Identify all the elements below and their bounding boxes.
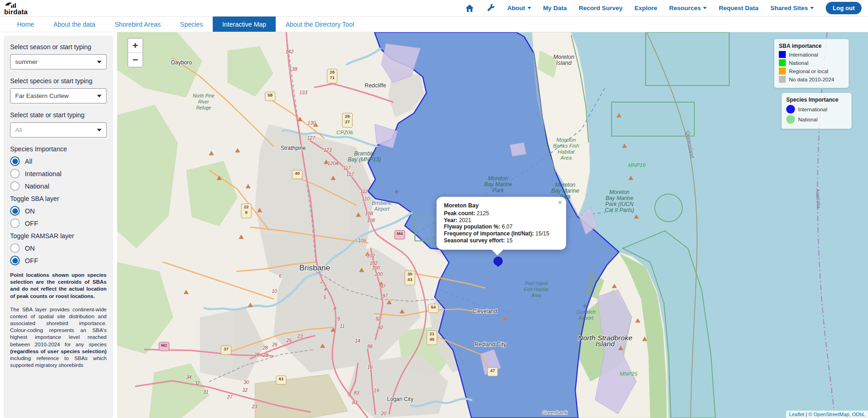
map-label: Redland City <box>475 341 506 348</box>
road-ref: 2 <box>320 279 323 284</box>
nav-explore[interactable]: Explore <box>635 5 658 11</box>
tab-about-the-data[interactable]: About the data <box>44 17 105 32</box>
legend-swatch <box>786 105 795 114</box>
tab-about-the-directory-tool[interactable]: About the Directory Tool <box>276 17 363 32</box>
tab-interactive-map[interactable]: Interactive Map <box>213 17 276 32</box>
map-label: MNP16 <box>628 162 646 168</box>
road-ref: 14 <box>355 338 360 344</box>
road-ref: 92 <box>375 316 381 321</box>
species-select[interactable]: Far Eastern Curlew <box>10 88 107 103</box>
zoom-out-button[interactable]: − <box>128 53 142 67</box>
road-shield: 22 <box>244 204 249 209</box>
nav-my-data[interactable]: My Data <box>543 5 567 11</box>
sba-importance-legend: SBA importance InternationalNationalRegi… <box>774 39 849 88</box>
road-ref: 100 <box>374 271 383 277</box>
road-ref: 138 <box>289 66 297 72</box>
legend-swatch <box>779 76 786 83</box>
popup-row: Seasonal survey effort: 15 <box>444 237 559 244</box>
legend-swatch <box>786 115 795 124</box>
leaflet-link[interactable]: Leaflet <box>789 412 804 417</box>
osm-link[interactable]: OpenStreetMap, ODbL <box>813 412 865 417</box>
road-ref: 123 <box>323 147 332 153</box>
map-attribution: Leaflet | © OpenStreetMap, ODbL <box>786 411 868 418</box>
road-shield: 30 <box>408 271 413 276</box>
radio-icon <box>10 256 20 265</box>
road-ref: 10 <box>272 288 277 294</box>
nav-resources[interactable]: Resources <box>669 5 707 11</box>
ramsar-layer-label: Toggle RAMSAR layer <box>10 232 107 240</box>
road-ref: 117 <box>343 165 352 171</box>
sba-layer-label: Toggle SBA layer <box>10 195 107 202</box>
road-ref: 25 <box>286 338 292 343</box>
logo-text: birdata <box>4 8 28 15</box>
radio-toggle-sba-layer-off[interactable]: OFF <box>10 218 107 228</box>
popup-row: Peak count: 2125 <box>444 210 559 217</box>
radio-toggle-ramsar-layer-on[interactable]: ON <box>10 243 107 253</box>
bird-icon <box>4 1 16 8</box>
road-ref: 32 <box>194 380 200 386</box>
species-point-marker[interactable] <box>494 257 503 266</box>
map-label: Greenbank <box>542 410 567 415</box>
logout-button[interactable]: Log out <box>826 2 862 14</box>
road-ref: 19 <box>374 388 379 393</box>
map-label: Strathpine <box>281 145 306 151</box>
road-shield: M4 <box>397 231 403 236</box>
road-ref: 108 <box>365 211 373 216</box>
species-label: Select species or start typing <box>10 77 107 85</box>
road-shield: 27 <box>345 119 350 124</box>
road-ref: 11 <box>340 323 345 329</box>
nav-about[interactable]: About <box>507 5 531 11</box>
legend-swatch <box>779 59 786 66</box>
legend-item: Regional or local <box>779 68 844 74</box>
road-ref: 8 <box>334 306 336 311</box>
wrench-icon[interactable] <box>486 4 495 13</box>
road-shield: 61 <box>279 376 284 381</box>
radio-species-importance-international[interactable]: International <box>10 169 107 178</box>
road-ref: 100 <box>372 265 380 270</box>
legend-swatch <box>779 51 786 58</box>
map-label: CPZ06 <box>336 130 353 135</box>
tab-shorebird-areas[interactable]: Shorebird Areas <box>105 17 170 32</box>
birdata-logo[interactable]: birdata <box>0 1 28 15</box>
sba-layer-group: Toggle SBA layer ONOFF <box>10 195 107 228</box>
road-ref: 5 <box>323 294 326 300</box>
popup-row: Frequency of importance (Int/Nat): 15/15 <box>444 230 559 237</box>
nav-shared-sites[interactable]: Shared Sites <box>771 5 814 11</box>
road-shield: 26 <box>345 114 350 119</box>
legend-item: National <box>779 59 844 66</box>
radio-label: ON <box>25 245 35 252</box>
legend-item: No data 2010-2024 <box>779 76 844 83</box>
road-ref: 112 <box>360 189 368 194</box>
radio-label: All <box>25 158 32 165</box>
road-shield: 71 <box>330 75 335 80</box>
legend-item: International <box>786 105 847 114</box>
road-shield: 40 <box>295 171 300 176</box>
radio-toggle-sba-layer-on[interactable]: ON <box>10 206 107 216</box>
season-select[interactable]: summer <box>10 54 107 69</box>
birdata-app: birdata AboutMy DataRecord SurveyExplore… <box>0 0 868 418</box>
chevron-down-icon <box>528 7 531 9</box>
tab-species[interactable]: Species <box>170 17 213 32</box>
home-icon[interactable] <box>465 4 474 13</box>
tab-home[interactable]: Home <box>7 17 44 32</box>
section-tabs: HomeAbout the dataShorebird AreasSpecies… <box>0 16 868 32</box>
nav-request-data[interactable]: Request Data <box>719 5 758 11</box>
nav-record-survey[interactable]: Record Survey <box>579 5 622 11</box>
state-value: All <box>15 126 22 133</box>
zoom-in-button[interactable]: + <box>128 39 142 53</box>
road-ref: 83 <box>352 400 357 405</box>
species-importance-group: Species Importance AllInternationalNatio… <box>10 145 107 191</box>
radio-species-importance-all[interactable]: All <box>10 156 107 166</box>
radio-species-importance-national[interactable]: National <box>10 181 107 191</box>
radio-toggle-ramsar-layer-off[interactable]: OFF <box>10 256 107 265</box>
state-select[interactable]: All <box>10 122 107 137</box>
road-ref: 26 <box>272 342 278 347</box>
popup-close-icon[interactable]: × <box>558 199 562 206</box>
road-ref: 34 <box>186 374 192 380</box>
legend-item: National <box>786 115 847 124</box>
primary-nav: AboutMy DataRecord SurveyExploreResource… <box>465 2 868 14</box>
road-ref: 32 <box>242 387 248 393</box>
road-ref: 9 <box>337 316 340 321</box>
road-shield: 45 <box>430 337 435 342</box>
road-shield: 21 <box>430 331 435 336</box>
